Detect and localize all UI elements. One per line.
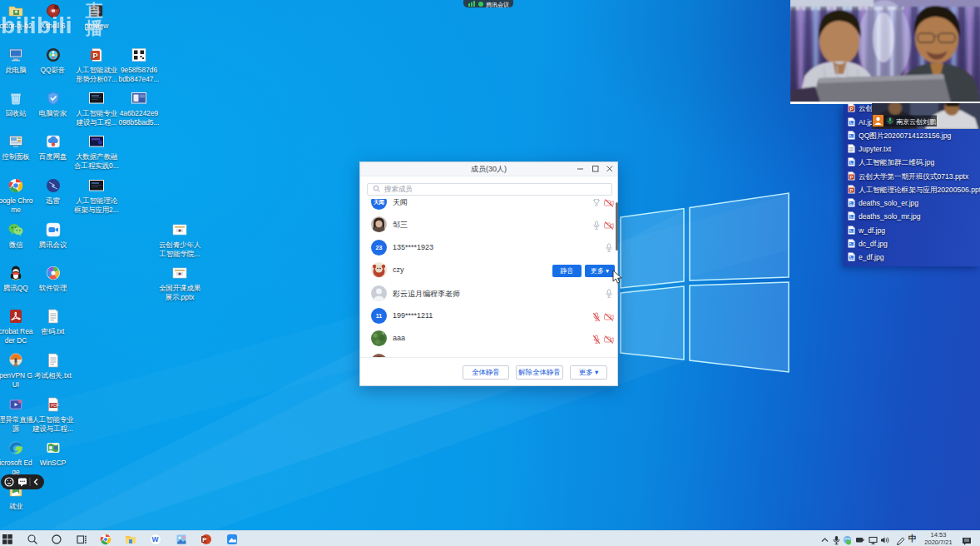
- svg-text:P: P: [850, 187, 854, 192]
- svg-text:P: P: [93, 52, 98, 60]
- svg-text:P: P: [850, 107, 854, 112]
- svg-text:南京云创刘鹏: 南京云创刘鹏: [896, 118, 936, 126]
- svg-text:腾讯会议: 腾讯会议: [486, 2, 509, 8]
- svg-text:PDF: PDF: [51, 403, 59, 408]
- svg-text:P: P: [202, 536, 206, 544]
- svg-text:W: W: [152, 535, 160, 544]
- svg-text:P: P: [850, 174, 854, 179]
